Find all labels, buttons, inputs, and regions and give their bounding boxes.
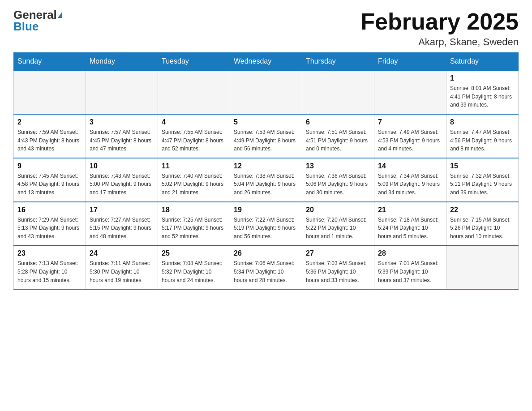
column-header-monday: Monday [86, 53, 158, 71]
calendar-cell: 8Sunrise: 7:47 AM Sunset: 4:56 PM Daylig… [446, 114, 519, 158]
day-info: Sunrise: 7:13 AM Sunset: 5:28 PM Dayligh… [17, 259, 82, 284]
day-info: Sunrise: 7:18 AM Sunset: 5:24 PM Dayligh… [378, 216, 442, 241]
day-number: 21 [378, 206, 442, 214]
title-area: February 2025 Akarp, Skane, Sweden [360, 9, 519, 48]
calendar-cell [158, 70, 230, 114]
calendar-cell: 4Sunrise: 7:55 AM Sunset: 4:47 PM Daylig… [158, 114, 230, 158]
calendar-cell: 3Sunrise: 7:57 AM Sunset: 4:45 PM Daylig… [86, 114, 158, 158]
calendar-week-row: 16Sunrise: 7:29 AM Sunset: 5:13 PM Dayli… [14, 202, 519, 246]
calendar-cell: 20Sunrise: 7:20 AM Sunset: 5:22 PM Dayli… [302, 202, 374, 246]
day-number: 12 [234, 162, 298, 170]
day-number: 9 [17, 162, 82, 170]
calendar-cell: 26Sunrise: 7:06 AM Sunset: 5:34 PM Dayli… [230, 245, 302, 289]
day-info: Sunrise: 7:06 AM Sunset: 5:34 PM Dayligh… [234, 259, 298, 284]
day-info: Sunrise: 7:43 AM Sunset: 5:00 PM Dayligh… [90, 172, 154, 197]
day-info: Sunrise: 7:45 AM Sunset: 4:58 PM Dayligh… [17, 172, 82, 197]
day-number: 2 [17, 118, 82, 126]
day-number: 27 [306, 249, 370, 257]
calendar-cell [302, 70, 374, 114]
day-number: 4 [162, 118, 226, 126]
day-number: 25 [162, 249, 226, 257]
day-number: 16 [17, 206, 82, 214]
day-number: 28 [378, 249, 442, 257]
day-info: Sunrise: 7:03 AM Sunset: 5:36 PM Dayligh… [306, 259, 370, 284]
calendar-cell: 10Sunrise: 7:43 AM Sunset: 5:00 PM Dayli… [86, 158, 158, 202]
day-number: 26 [234, 249, 298, 257]
day-info: Sunrise: 7:34 AM Sunset: 5:09 PM Dayligh… [378, 172, 442, 197]
calendar-cell: 17Sunrise: 7:27 AM Sunset: 5:15 PM Dayli… [86, 202, 158, 246]
calendar-cell [446, 245, 519, 289]
calendar-cell [14, 70, 86, 114]
month-title: February 2025 [360, 9, 519, 34]
day-number: 7 [378, 118, 442, 126]
calendar-table: SundayMondayTuesdayWednesdayThursdayFrid… [13, 52, 519, 290]
day-info: Sunrise: 7:20 AM Sunset: 5:22 PM Dayligh… [306, 216, 370, 241]
day-info: Sunrise: 7:49 AM Sunset: 4:53 PM Dayligh… [378, 128, 442, 153]
day-number: 8 [450, 118, 515, 126]
day-info: Sunrise: 7:22 AM Sunset: 5:19 PM Dayligh… [234, 216, 298, 241]
day-number: 5 [234, 118, 298, 126]
day-info: Sunrise: 7:25 AM Sunset: 5:17 PM Dayligh… [162, 216, 226, 241]
calendar-cell: 15Sunrise: 7:32 AM Sunset: 5:11 PM Dayli… [446, 158, 519, 202]
day-info: Sunrise: 7:08 AM Sunset: 5:32 PM Dayligh… [162, 259, 226, 284]
column-header-tuesday: Tuesday [158, 53, 230, 71]
day-number: 10 [90, 162, 154, 170]
calendar-cell [374, 70, 446, 114]
calendar-cell: 28Sunrise: 7:01 AM Sunset: 5:39 PM Dayli… [374, 245, 446, 289]
day-info: Sunrise: 7:27 AM Sunset: 5:15 PM Dayligh… [90, 216, 154, 241]
day-number: 1 [450, 74, 515, 82]
day-info: Sunrise: 7:51 AM Sunset: 4:51 PM Dayligh… [306, 128, 370, 153]
day-number: 6 [306, 118, 370, 126]
calendar-cell: 2Sunrise: 7:59 AM Sunset: 4:43 PM Daylig… [14, 114, 86, 158]
day-info: Sunrise: 7:38 AM Sunset: 5:04 PM Dayligh… [234, 172, 298, 197]
location-title: Akarp, Skane, Sweden [360, 36, 519, 48]
calendar-cell: 27Sunrise: 7:03 AM Sunset: 5:36 PM Dayli… [302, 245, 374, 289]
calendar-cell: 16Sunrise: 7:29 AM Sunset: 5:13 PM Dayli… [14, 202, 86, 246]
day-number: 3 [90, 118, 154, 126]
day-info: Sunrise: 8:01 AM Sunset: 4:41 PM Dayligh… [450, 84, 515, 109]
day-number: 11 [162, 162, 226, 170]
day-number: 19 [234, 206, 298, 214]
day-info: Sunrise: 7:36 AM Sunset: 5:06 PM Dayligh… [306, 172, 370, 197]
calendar-cell: 6Sunrise: 7:51 AM Sunset: 4:51 PM Daylig… [302, 114, 374, 158]
logo-triangle-icon [58, 12, 62, 18]
day-info: Sunrise: 7:15 AM Sunset: 5:26 PM Dayligh… [450, 216, 515, 241]
day-number: 23 [17, 249, 82, 257]
day-info: Sunrise: 7:53 AM Sunset: 4:49 PM Dayligh… [234, 128, 298, 153]
logo-general: General [13, 9, 57, 21]
calendar-week-row: 9Sunrise: 7:45 AM Sunset: 4:58 PM Daylig… [14, 158, 519, 202]
day-number: 18 [162, 206, 226, 214]
calendar-cell [86, 70, 158, 114]
calendar-cell [230, 70, 302, 114]
calendar-cell: 18Sunrise: 7:25 AM Sunset: 5:17 PM Dayli… [158, 202, 230, 246]
day-number: 13 [306, 162, 370, 170]
column-header-sunday: Sunday [14, 53, 86, 71]
calendar-cell: 1Sunrise: 8:01 AM Sunset: 4:41 PM Daylig… [446, 70, 519, 114]
calendar-cell: 25Sunrise: 7:08 AM Sunset: 5:32 PM Dayli… [158, 245, 230, 289]
calendar-cell: 9Sunrise: 7:45 AM Sunset: 4:58 PM Daylig… [14, 158, 86, 202]
page-header: General Blue February 2025 Akarp, Skane,… [13, 9, 519, 48]
calendar-cell: 13Sunrise: 7:36 AM Sunset: 5:06 PM Dayli… [302, 158, 374, 202]
calendar-cell: 24Sunrise: 7:11 AM Sunset: 5:30 PM Dayli… [86, 245, 158, 289]
day-info: Sunrise: 7:57 AM Sunset: 4:45 PM Dayligh… [90, 128, 154, 153]
calendar-cell: 7Sunrise: 7:49 AM Sunset: 4:53 PM Daylig… [374, 114, 446, 158]
column-header-thursday: Thursday [302, 53, 374, 71]
day-info: Sunrise: 7:59 AM Sunset: 4:43 PM Dayligh… [17, 128, 82, 153]
logo-blue: Blue [13, 21, 39, 32]
day-info: Sunrise: 7:29 AM Sunset: 5:13 PM Dayligh… [17, 216, 82, 241]
calendar-cell: 14Sunrise: 7:34 AM Sunset: 5:09 PM Dayli… [374, 158, 446, 202]
day-info: Sunrise: 7:40 AM Sunset: 5:02 PM Dayligh… [162, 172, 226, 197]
calendar-cell: 23Sunrise: 7:13 AM Sunset: 5:28 PM Dayli… [14, 245, 86, 289]
calendar-cell: 22Sunrise: 7:15 AM Sunset: 5:26 PM Dayli… [446, 202, 519, 246]
day-info: Sunrise: 7:55 AM Sunset: 4:47 PM Dayligh… [162, 128, 226, 153]
calendar-week-row: 1Sunrise: 8:01 AM Sunset: 4:41 PM Daylig… [14, 70, 519, 114]
column-header-friday: Friday [374, 53, 446, 71]
day-info: Sunrise: 7:01 AM Sunset: 5:39 PM Dayligh… [378, 259, 442, 284]
calendar-week-row: 23Sunrise: 7:13 AM Sunset: 5:28 PM Dayli… [14, 245, 519, 289]
day-info: Sunrise: 7:47 AM Sunset: 4:56 PM Dayligh… [450, 128, 515, 153]
day-number: 20 [306, 206, 370, 214]
day-number: 22 [450, 206, 515, 214]
logo: General Blue [13, 9, 62, 32]
calendar-cell: 12Sunrise: 7:38 AM Sunset: 5:04 PM Dayli… [230, 158, 302, 202]
calendar-cell: 19Sunrise: 7:22 AM Sunset: 5:19 PM Dayli… [230, 202, 302, 246]
